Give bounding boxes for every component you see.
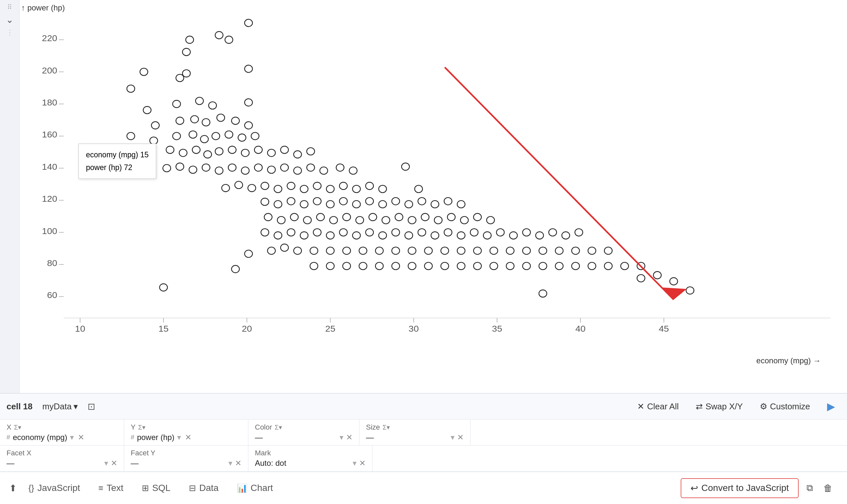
svg-point-75 <box>281 146 289 154</box>
mark-dropdown-icon[interactable]: ▾ <box>352 458 357 468</box>
y-field-clear-icon[interactable]: ✕ <box>185 433 191 442</box>
tab-chart[interactable]: 📊 Chart <box>228 479 282 497</box>
svg-point-92 <box>349 167 357 174</box>
svg-point-108 <box>274 200 282 208</box>
svg-point-180 <box>473 247 481 254</box>
svg-point-49 <box>143 106 151 113</box>
svg-text:80: 80 <box>47 258 57 268</box>
svg-point-214 <box>637 274 645 282</box>
svg-point-61 <box>212 132 220 140</box>
facet-x-value: — <box>6 458 14 468</box>
svg-point-187 <box>588 247 596 254</box>
x-field-dropdown-icon[interactable]: ▾ <box>70 433 74 442</box>
svg-text:25: 25 <box>325 324 335 334</box>
svg-point-170 <box>310 247 318 254</box>
facet-x-dropdown-icon[interactable]: ▾ <box>104 458 108 468</box>
svg-point-79 <box>176 163 184 170</box>
sql-tab-label: SQL <box>152 483 171 493</box>
size-sigma-icon[interactable]: Σ▾ <box>383 424 390 431</box>
y-field-dropdown-icon[interactable]: ▾ <box>177 433 181 442</box>
svg-point-186 <box>572 247 580 254</box>
svg-point-149 <box>352 232 360 239</box>
svg-point-113 <box>340 197 347 205</box>
svg-point-93 <box>402 163 410 170</box>
svg-point-106 <box>379 185 386 193</box>
svg-point-35 <box>186 36 193 43</box>
facet-y-clear-icon[interactable]: ✕ <box>235 458 241 468</box>
drag-handle[interactable]: ⠿ <box>7 3 12 11</box>
collapse-button[interactable]: ⌄ <box>6 14 13 25</box>
svg-point-203 <box>522 263 530 270</box>
svg-point-153 <box>405 232 413 239</box>
svg-line-218 <box>445 67 674 300</box>
size-field-dropdown-icon[interactable]: ▾ <box>451 433 454 442</box>
x-sigma-icon[interactable]: Σ▾ <box>14 424 21 431</box>
svg-point-124 <box>264 214 272 221</box>
chart-tab-label: Chart <box>250 483 273 493</box>
svg-point-143 <box>274 232 282 239</box>
pin-button[interactable]: ⬆ <box>6 480 19 496</box>
svg-point-181 <box>490 247 498 254</box>
mark-clear-icon[interactable]: ✕ <box>359 458 366 468</box>
svg-point-36 <box>215 31 223 38</box>
svg-text:45: 45 <box>659 324 669 334</box>
dataset-selector[interactable]: myData ▾ <box>39 399 81 414</box>
tab-text[interactable]: ≡ Text <box>89 479 133 497</box>
data-tooltip: economy (mpg) 15 power (hp) 72 <box>79 144 156 179</box>
svg-point-78 <box>163 164 171 172</box>
color-field-clear-icon[interactable]: ✕ <box>346 433 352 442</box>
svg-point-48 <box>245 99 253 106</box>
svg-point-207 <box>588 263 596 270</box>
customize-label: Customize <box>770 401 810 412</box>
svg-point-115 <box>366 197 374 205</box>
copy-button[interactable]: ⧉ <box>804 480 816 496</box>
color-field-dropdown-icon[interactable]: ▾ <box>340 433 343 442</box>
facet-y-dropdown-icon[interactable]: ▾ <box>228 458 232 468</box>
customize-button[interactable]: ⚙ Customize <box>755 399 815 414</box>
svg-point-86 <box>267 166 275 173</box>
color-field-group: Color Σ▾ — ▾ ✕ <box>248 419 360 445</box>
tab-javascript[interactable]: {} JavaScript <box>19 479 89 497</box>
svg-point-197 <box>425 263 432 270</box>
svg-point-190 <box>310 263 318 270</box>
clear-all-button[interactable]: ✕ Clear All <box>632 399 684 414</box>
delete-button[interactable]: 🗑 <box>821 480 835 496</box>
svg-point-151 <box>379 232 386 239</box>
svg-marker-219 <box>661 287 687 299</box>
facet-x-clear-icon[interactable]: ✕ <box>111 458 117 468</box>
x-field-clear-icon[interactable]: ✕ <box>78 433 84 442</box>
svg-point-73 <box>255 146 262 154</box>
svg-point-184 <box>539 247 547 254</box>
svg-point-140 <box>473 214 481 221</box>
db-icon: ⊡ <box>88 401 95 412</box>
svg-text:35: 35 <box>492 324 502 334</box>
tab-data[interactable]: ⊟ Data <box>180 479 228 497</box>
convert-to-javascript-button[interactable]: ↩ Convert to JavaScript <box>681 478 799 498</box>
svg-point-114 <box>352 200 360 208</box>
y-sigma-icon[interactable]: Σ▾ <box>138 424 145 431</box>
run-button[interactable]: ▶ <box>822 398 841 415</box>
svg-point-112 <box>326 200 334 208</box>
svg-point-217 <box>159 284 167 291</box>
svg-point-50 <box>176 117 184 124</box>
svg-point-121 <box>444 197 452 205</box>
svg-point-179 <box>457 247 465 254</box>
text-tab-icon: ≡ <box>98 483 103 493</box>
svg-point-60 <box>200 136 208 143</box>
svg-point-42 <box>176 74 184 82</box>
chart-tab-icon: 📊 <box>237 483 247 493</box>
vertical-dots[interactable]: ⋮ <box>6 29 13 36</box>
svg-point-66 <box>166 146 174 154</box>
swap-xy-button[interactable]: ⇄ Swap X/Y <box>690 399 748 414</box>
facet-x-group: Facet X — ▾ ✕ <box>0 446 124 471</box>
svg-point-138 <box>447 214 455 221</box>
tab-sql[interactable]: ⊞ SQL <box>133 479 180 497</box>
color-sigma-icon[interactable]: Σ▾ <box>275 424 282 431</box>
size-field-clear-icon[interactable]: ✕ <box>457 433 464 442</box>
dataset-chevron-icon: ▾ <box>73 401 78 412</box>
svg-point-53 <box>217 114 224 121</box>
svg-point-165 <box>562 232 570 239</box>
mark-value: Auto: dot <box>255 458 286 468</box>
svg-point-147 <box>326 232 334 239</box>
svg-point-129 <box>330 216 338 223</box>
